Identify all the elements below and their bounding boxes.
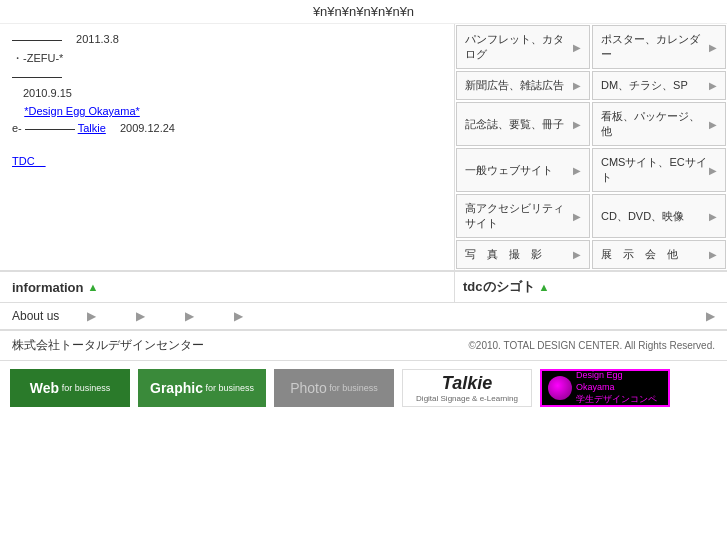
main-content: 2011.3.8 ・-ZEFU-* 2010.9.15 *Design Egg …: [0, 24, 727, 270]
menu-label-12: 展 示 会 他: [601, 247, 678, 262]
menu-label-3: 新聞広告、雑誌広告: [465, 78, 564, 93]
news-date-1: 2011.3.8: [65, 33, 119, 45]
design-egg-button[interactable]: Design Egg Okayama 学生デザインコンペ: [540, 369, 670, 407]
design-egg-icon: [548, 376, 572, 400]
about-right-arrow[interactable]: ▶: [706, 309, 715, 323]
menu-arrow-1: ▶: [573, 42, 581, 53]
menu-item-11[interactable]: 写 真 撮 影 ▶: [456, 240, 590, 269]
menu-arrow-6: ▶: [709, 119, 717, 130]
dash-line-1: [12, 40, 62, 41]
menu-label-5: 記念誌、要覧、冊子: [465, 117, 564, 132]
about-arrow-4: ▶: [234, 309, 243, 323]
menu-arrow-8: ▶: [709, 165, 717, 176]
menu-label-6: 看板、パッケージ、他: [601, 109, 709, 139]
menu-arrow-7: ▶: [573, 165, 581, 176]
talkie-sub-label: Digital Signage & e-Learning: [416, 394, 518, 403]
menu-arrow-11: ▶: [573, 249, 581, 260]
web-sublabel: for business: [59, 383, 110, 393]
about-us-label: About us: [12, 309, 59, 323]
menu-label-4: DM、チラシ、SP: [601, 78, 688, 93]
news-link-3[interactable]: Talkie: [78, 122, 106, 134]
news-date-3: 2009.12.24: [109, 122, 175, 134]
menu-item-6[interactable]: 看板、パッケージ、他 ▶: [592, 102, 726, 146]
menu-label-10: CD、DVD、映像: [601, 209, 684, 224]
news-link-2[interactable]: *Design Egg Okayama*: [24, 105, 140, 117]
menu-arrow-9: ▶: [573, 211, 581, 222]
header-bar: ¥n¥n¥n¥n¥n¥n¥n: [0, 0, 727, 24]
menu-item-2[interactable]: ポスター、カレンダー ▶: [592, 25, 726, 69]
tdc-shigoto-title: tdcのシゴト: [463, 278, 535, 296]
graphic-label: Graphic: [150, 380, 203, 396]
menu-arrow-10: ▶: [709, 211, 717, 222]
menu-label-2: ポスター、カレンダー: [601, 32, 709, 62]
info-right: tdcのシゴト ▲: [455, 272, 727, 302]
right-column: パンフレット、カタログ ▶ ポスター、カレンダー ▶ 新聞広告、雑誌広告 ▶ D…: [455, 24, 727, 270]
design-egg-line1: Design Egg Okayama: [576, 370, 662, 393]
news-item-3: e- Talkie 2009.12.24: [12, 121, 442, 136]
menu-item-4[interactable]: DM、チラシ、SP ▶: [592, 71, 726, 100]
menu-item-9[interactable]: 高アクセシビリティサイト ▶: [456, 194, 590, 238]
design-egg-line2: 学生デザインコンペ: [576, 394, 662, 406]
web-label: Web: [30, 380, 59, 396]
talkie-main-label: Talkie: [442, 373, 492, 394]
info-title: information: [12, 280, 84, 295]
about-bar: About us ▶ ▶ ▶ ▶ ▶: [0, 303, 727, 330]
menu-label-1: パンフレット、カタログ: [465, 32, 573, 62]
menu-label-7: 一般ウェブサイト: [465, 163, 553, 178]
menu-arrow-5: ▶: [573, 119, 581, 130]
menu-label-11: 写 真 撮 影: [465, 247, 542, 262]
photo-sublabel: for business: [327, 383, 378, 393]
web-button[interactable]: Web for business: [10, 369, 130, 407]
tdc-link-container: TDC: [12, 146, 442, 169]
brand-buttons-row: Web for business Graphic for business Ph…: [0, 361, 727, 415]
graphic-sublabel: for business: [203, 383, 254, 393]
news-item-1b: ・-ZEFU-*: [12, 51, 442, 66]
menu-item-3[interactable]: 新聞広告、雑誌広告 ▶: [456, 71, 590, 100]
left-column: 2011.3.8 ・-ZEFU-* 2010.9.15 *Design Egg …: [0, 24, 455, 270]
footer: 株式会社トータルデザインセンター ©2010. TOTAL DESIGN CEN…: [0, 330, 727, 361]
menu-item-12[interactable]: 展 示 会 他 ▶: [592, 240, 726, 269]
menu-item-7[interactable]: 一般ウェブサイト ▶: [456, 148, 590, 192]
dash-line-3: [25, 129, 75, 130]
talkie-button[interactable]: Talkie Digital Signage & e-Learning: [402, 369, 532, 407]
menu-arrow-2: ▶: [709, 42, 717, 53]
menu-arrow-12: ▶: [709, 249, 717, 260]
menu-arrow-3: ▶: [573, 80, 581, 91]
info-left: information ▲: [0, 272, 455, 302]
menu-item-1[interactable]: パンフレット、カタログ ▶: [456, 25, 590, 69]
tdc-link[interactable]: TDC: [12, 154, 46, 169]
info-section: information ▲ tdcのシゴト ▲: [0, 270, 727, 303]
menu-grid: パンフレット、カタログ ▶ ポスター、カレンダー ▶ 新聞広告、雑誌広告 ▶ D…: [455, 24, 727, 270]
photo-button[interactable]: Photo for business: [274, 369, 394, 407]
about-arrow-1[interactable]: ▶: [87, 309, 96, 323]
copyright: ©2010. TOTAL DESIGN CENTER. All Rights R…: [468, 340, 715, 351]
menu-item-10[interactable]: CD、DVD、映像 ▶: [592, 194, 726, 238]
menu-label-8: CMSサイト、ECサイト: [601, 155, 709, 185]
design-egg-text: Design Egg Okayama 学生デザインコンペ: [576, 370, 662, 405]
menu-item-8[interactable]: CMSサイト、ECサイト ▶: [592, 148, 726, 192]
news-item-2: 2010.9.15: [12, 86, 442, 101]
about-arrow-3: ▶: [185, 309, 194, 323]
info-arrow: ▲: [88, 281, 99, 293]
about-arrow-2: ▶: [136, 309, 145, 323]
company-name: 株式会社トータルデザインセンター: [12, 337, 204, 354]
menu-item-5[interactable]: 記念誌、要覧、冊子 ▶: [456, 102, 590, 146]
menu-label-9: 高アクセシビリティサイト: [465, 201, 573, 231]
graphic-button[interactable]: Graphic for business: [138, 369, 266, 407]
news-item-1c: [12, 70, 442, 82]
tdc-shigoto-arrow: ▲: [539, 281, 550, 293]
menu-arrow-4: ▶: [709, 80, 717, 91]
news-item-1: 2011.3.8: [12, 32, 442, 47]
news-date-2: 2010.9.15: [12, 87, 72, 99]
news-prefix-3: e-: [12, 122, 22, 134]
header-title: ¥n¥n¥n¥n¥n¥n¥n: [313, 4, 414, 19]
photo-label: Photo: [290, 380, 327, 396]
news-item-2b: *Design Egg Okayama*: [12, 105, 442, 117]
news-prefix-1: ・-ZEFU-*: [12, 52, 63, 64]
dash-line-1c: [12, 77, 62, 78]
